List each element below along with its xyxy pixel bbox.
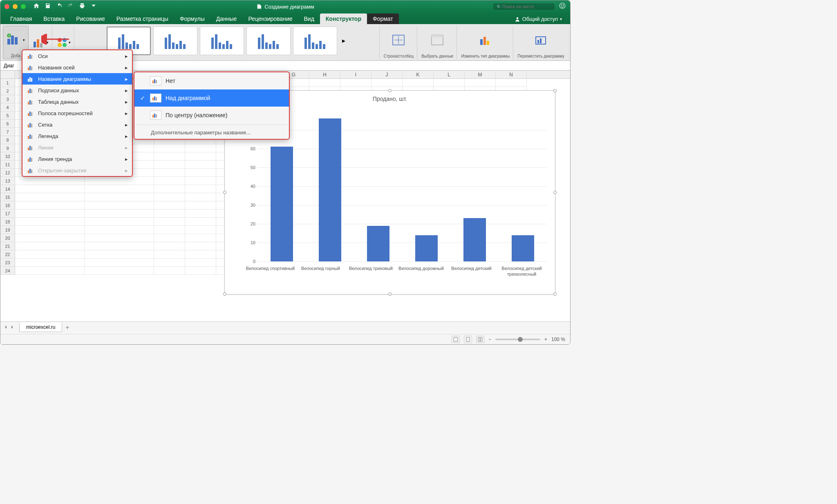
chart-bar[interactable] — [415, 235, 438, 261]
submenu-item[interactable]: По центру (наложение) — [134, 107, 289, 124]
svg-rect-27 — [28, 56, 29, 59]
menu-item[interactable]: Линия тренда▸ — [22, 153, 132, 165]
sheet-nav-next-icon[interactable] — [10, 325, 14, 330]
document-title: Создание диаграмм — [256, 4, 314, 10]
close-window-icon[interactable] — [4, 4, 9, 9]
tab-formulas[interactable]: Формулы — [174, 13, 210, 24]
menu-item: Линии▸ — [22, 142, 132, 153]
tab-page-layout[interactable]: Разметка страницы — [111, 13, 174, 24]
chart-bar[interactable] — [463, 218, 486, 261]
svg-rect-60 — [152, 80, 154, 83]
chart-styles-more-icon[interactable]: ▸ — [340, 37, 348, 45]
zoom-level[interactable]: 100 % — [551, 337, 565, 342]
view-page-break-icon[interactable] — [476, 336, 484, 343]
tab-review[interactable]: Рецензирование — [242, 13, 298, 24]
menu-item[interactable]: Таблица данных▸ — [22, 96, 132, 107]
maximize-window-icon[interactable] — [21, 4, 26, 9]
search-input[interactable] — [493, 3, 555, 10]
feedback-icon[interactable] — [559, 2, 566, 11]
submenu-item[interactable]: Нет — [134, 72, 289, 89]
resize-handle[interactable] — [553, 89, 557, 92]
sheet-tab[interactable]: microexcel.ru — [19, 323, 62, 332]
chart-style-3[interactable] — [200, 27, 244, 55]
svg-rect-39 — [28, 102, 29, 105]
home-icon[interactable] — [33, 2, 40, 11]
menu-item[interactable]: Названия осей▸ — [22, 62, 132, 73]
zoom-in-button[interactable]: + — [544, 337, 547, 342]
resize-handle[interactable] — [223, 292, 226, 296]
resize-handle[interactable] — [223, 191, 226, 194]
svg-point-4 — [516, 17, 518, 19]
chart-bar[interactable] — [271, 147, 293, 261]
submenu-more-options[interactable]: Дополнительные параметры названия... — [134, 126, 289, 139]
chart-style-4[interactable] — [246, 27, 291, 55]
save-icon[interactable] — [45, 2, 51, 11]
chart-category-label: Велосипед детский — [447, 265, 496, 290]
undo-icon[interactable] — [56, 2, 63, 11]
menu-item[interactable]: Полоса погрешностей▸ — [22, 107, 132, 119]
svg-rect-48 — [28, 136, 29, 139]
chart-bar[interactable] — [367, 226, 389, 261]
svg-rect-10 — [34, 42, 36, 47]
chart-style-5[interactable] — [293, 27, 337, 55]
svg-rect-35 — [31, 78, 32, 82]
minimize-window-icon[interactable] — [13, 4, 18, 9]
svg-rect-67 — [154, 114, 155, 118]
svg-rect-59 — [31, 169, 32, 173]
menu-item[interactable]: Оси▸ — [22, 50, 132, 62]
switch-row-column-button[interactable]: Строка/столбец — [380, 26, 417, 59]
select-data-button[interactable]: Выбрать данные — [418, 26, 457, 59]
zoom-slider[interactable] — [495, 339, 540, 340]
chart-category-label: Велосипед детский трехколесный — [497, 265, 546, 290]
move-chart-button[interactable]: Переместить диаграмму — [514, 26, 568, 59]
titlebar: Создание диаграмм — [0, 0, 570, 13]
resize-handle[interactable] — [553, 292, 557, 296]
resize-handle[interactable] — [388, 89, 392, 92]
sheet-tabs-bar: microexcel.ru + — [0, 321, 570, 333]
view-normal-icon[interactable] — [452, 336, 460, 343]
svg-rect-68 — [156, 114, 157, 118]
menu-item[interactable]: Подписи данных▸ — [22, 85, 132, 96]
svg-rect-44 — [31, 112, 32, 116]
zoom-out-button[interactable]: − — [488, 337, 491, 342]
menu-item[interactable]: Легенда▸ — [22, 130, 132, 142]
tab-insert[interactable]: Вставка — [38, 13, 70, 24]
resize-handle[interactable] — [388, 292, 392, 296]
svg-rect-70 — [466, 337, 470, 341]
chart-category-label: Велосипед спортивный — [246, 265, 295, 290]
sheet-nav-prev-icon[interactable] — [4, 325, 8, 330]
annotation-arrow-icon — [41, 34, 70, 45]
svg-rect-65 — [156, 97, 157, 100]
chart-style-2[interactable] — [153, 27, 197, 55]
tab-home[interactable]: Главная — [4, 13, 38, 24]
chart-bar[interactable] — [512, 235, 534, 261]
tab-chart-design[interactable]: Конструктор — [320, 13, 367, 24]
submenu-item[interactable]: ✓Над диаграммой — [134, 89, 289, 107]
tab-data[interactable]: Данные — [210, 13, 243, 24]
svg-rect-28 — [29, 54, 31, 59]
add-sheet-button[interactable]: + — [65, 324, 69, 331]
tab-draw[interactable]: Рисование — [70, 13, 111, 24]
svg-rect-55 — [29, 157, 31, 162]
share-button[interactable]: Общий доступ ▾ — [510, 14, 566, 24]
tab-format[interactable]: Формат — [367, 13, 399, 24]
quick-access-toolbar — [33, 2, 97, 11]
svg-rect-57 — [28, 170, 29, 173]
chart-plot-area[interactable]: 010203040506070 — [245, 111, 547, 261]
tab-view[interactable]: Вид — [298, 13, 320, 24]
menu-item: Открытие-закрытие▸ — [22, 165, 132, 176]
svg-rect-32 — [31, 67, 32, 70]
view-page-layout-icon[interactable] — [464, 336, 472, 343]
qat-dropdown-icon[interactable] — [90, 2, 97, 11]
menu-item[interactable]: Название диаграммы▸ — [22, 73, 132, 85]
chart-bar[interactable] — [319, 118, 341, 261]
redo-icon[interactable] — [67, 2, 74, 11]
svg-rect-62 — [156, 80, 157, 83]
resize-handle[interactable] — [553, 191, 557, 194]
add-chart-element-menu: Оси▸Названия осей▸Название диаграммы▸Под… — [22, 49, 133, 177]
change-chart-type-button[interactable]: Изменить тип диаграммы — [458, 26, 513, 59]
print-icon[interactable] — [79, 2, 85, 11]
svg-rect-72 — [481, 337, 482, 341]
menu-item[interactable]: Сетка▸ — [22, 119, 132, 130]
svg-rect-37 — [29, 89, 31, 93]
